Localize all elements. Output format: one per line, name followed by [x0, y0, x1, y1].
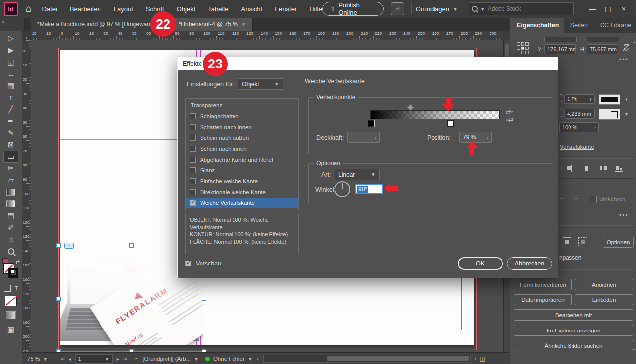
eyedropper-tool-icon[interactable]: ✐ — [3, 222, 18, 233]
pen-tool-icon[interactable]: ✒ — [3, 115, 18, 127]
text-frame-icon[interactable]: ≡ — [560, 193, 564, 200]
scroll-left-icon[interactable]: ‹ — [257, 356, 258, 362]
optionen-button[interactable]: Optionen — [603, 237, 634, 248]
page-number-field[interactable]: 1 ▼ — [75, 354, 113, 364]
more-options-icon[interactable]: ••• — [619, 56, 629, 63]
datei-importieren-button[interactable]: Datei importieren — [514, 294, 572, 305]
fit-content-icon[interactable] — [563, 237, 571, 246]
stroke-color-swatch[interactable] — [599, 94, 620, 105]
scrollbar-thumb[interactable] — [327, 356, 469, 361]
workspace-switcher[interactable]: Grundlagen ▼ — [411, 3, 462, 14]
pencil-tool-icon[interactable]: ✎ — [3, 127, 18, 139]
preflight-icon[interactable]: ◔ — [134, 355, 137, 362]
publish-online-button[interactable]: ⇧ Publish Online — [322, 2, 384, 16]
menu-item-bearbeiten[interactable]: Bearbeiten — [70, 5, 101, 13]
type-tool-icon[interactable]: T — [3, 92, 18, 103]
last-page-button[interactable]: ⇥ — [123, 356, 127, 362]
close-icon[interactable]: × — [242, 21, 245, 28]
home-icon[interactable]: ⌂ — [26, 3, 31, 14]
text-columns-icon[interactable]: ≡ — [574, 193, 578, 200]
spread-view-icon[interactable]: ◫ — [479, 355, 485, 362]
opacity-field[interactable]: 100 % › — [559, 122, 599, 132]
checkbox[interactable] — [190, 167, 196, 173]
effect-item-schatten-nach-innen[interactable]: Schatten nach innen — [186, 122, 298, 132]
adobe-stock-search-input[interactable]: ▼ Adobe Stock — [469, 2, 574, 15]
effect-item-schein-nach-außen[interactable]: Schein nach außen — [186, 132, 298, 143]
panel-scroll-down-icon[interactable]: ⌄ — [632, 346, 636, 351]
more-options-icon[interactable]: ••• — [619, 212, 629, 219]
note-tool-icon[interactable]: ▤ — [3, 210, 18, 222]
maximize-button[interactable]: ▢ — [601, 2, 615, 15]
stepper-icons[interactable]: ⌃⌄ — [559, 93, 563, 103]
line-tool-icon[interactable]: ╱ — [3, 103, 18, 115]
fill-stroke-swatches[interactable]: ⇄ — [2, 260, 19, 281]
error-status[interactable]: Ohne Fehler — [213, 356, 245, 362]
content-collector-tool-icon[interactable]: ▦ — [3, 80, 18, 92]
gradient-feather-link[interactable]: Verlaufskante — [560, 144, 594, 150]
effect-item-weiche-verlaufskante[interactable]: Weiche Verlaufskante — [186, 198, 298, 208]
y-position-field[interactable]: 176,167 mm — [544, 44, 576, 54]
stepper-icons[interactable]: ⌃⌄ — [559, 108, 563, 118]
reference-point-grid-icon[interactable] — [517, 42, 529, 54]
angle-dial[interactable] — [335, 181, 350, 197]
checkbox[interactable] — [190, 113, 196, 119]
umkehren-checkbox[interactable] — [590, 196, 597, 202]
gap-tool-icon[interactable]: ↔ — [3, 68, 18, 80]
corner-radius-field[interactable]: 4,233 mm — [564, 109, 595, 119]
ähnliche-bilder-suchen-button[interactable]: Ähnliche Bilder suchen — [514, 340, 633, 351]
stroke-swatch[interactable] — [8, 268, 18, 278]
preflight-profile[interactable]: [Grundprofil] (Arb... — [142, 356, 191, 362]
direct-selection-tool-icon[interactable]: ▶ — [3, 44, 18, 56]
opacity-dropdown[interactable]: › — [347, 132, 380, 143]
chevron-down-icon[interactable]: ▼ — [194, 356, 199, 362]
horizontal-ruler[interactable]: 2010010203040506070809010011012013014015… — [31, 31, 503, 41]
tab-seiten[interactable]: Seiten — [564, 18, 594, 33]
effect-item-glanz[interactable]: Glanz — [186, 165, 298, 176]
next-page-button[interactable]: ▸ — [117, 356, 119, 362]
zoom-tool-icon[interactable] — [3, 245, 18, 257]
panel-collapse-icon[interactable]: » — [0, 18, 25, 31]
frame-tool-icon[interactable]: ⊠ — [3, 139, 18, 151]
effect-item-schein-nach-innen[interactable]: Schein nach innen — [186, 143, 298, 154]
menu-item-tabelle[interactable]: Tabelle — [208, 5, 228, 13]
chevron-down-icon[interactable]: ▼ — [624, 97, 629, 102]
checkbox[interactable] — [190, 146, 196, 152]
menu-item-datei[interactable]: Datei — [42, 5, 57, 13]
horizontal-scrollbar[interactable] — [263, 355, 471, 363]
settings-for-dropdown[interactable]: Objekt ▼ — [238, 78, 283, 90]
menu-item-fenster[interactable]: Fenster — [275, 5, 297, 13]
scroll-right-icon[interactable]: › — [475, 356, 476, 362]
checkbox[interactable] — [190, 178, 196, 184]
bearbeiten-mit-button[interactable]: Bearbeiten mit — [514, 309, 633, 321]
selection-handle[interactable] — [56, 243, 61, 248]
swap-fill-stroke-icon[interactable]: ⇄ — [16, 259, 20, 265]
checkbox[interactable] — [190, 124, 196, 130]
fit-frame-icon[interactable] — [578, 237, 587, 246]
first-page-button[interactable]: ⇤ — [61, 356, 65, 362]
im-explorer-anzeigen-button[interactable]: Im Explorer anzeigen — [514, 325, 633, 336]
scissors-tool-icon[interactable]: ✂ — [3, 163, 18, 174]
screen-mode-button[interactable]: ▣ — [7, 325, 14, 334]
chevron-down-icon[interactable]: ▼ — [248, 356, 253, 362]
gradient-stop-black[interactable] — [368, 120, 374, 127]
hand-tool-icon[interactable]: ☝ — [3, 233, 18, 245]
selection-handle[interactable] — [202, 297, 206, 301]
gradient-midpoint-handle[interactable] — [407, 104, 414, 111]
prev-page-button[interactable]: ◂ — [69, 356, 71, 362]
checkbox[interactable] — [190, 135, 196, 141]
menu-item-hilfe[interactable]: Hilfe — [309, 5, 322, 13]
vertical-ruler[interactable]: 0102030405060708090100110120130140150160… — [22, 40, 31, 352]
page-tool-icon[interactable]: ◱ — [3, 56, 18, 68]
height-field[interactable]: 75,667 mm — [587, 44, 618, 54]
cancel-button[interactable]: Abbrechen — [507, 257, 552, 270]
reverse-gradient-icon[interactable]: ⇄▫▫⇄ — [506, 108, 514, 123]
selection-handle[interactable] — [129, 243, 134, 248]
selection-handle[interactable] — [56, 297, 61, 301]
align-bottom-icon[interactable] — [615, 165, 623, 172]
apply-none-swatch[interactable] — [5, 296, 17, 306]
chevron-down-icon[interactable]: ▼ — [43, 356, 48, 362]
constrain-proportions-broken-icon[interactable] — [622, 42, 631, 52]
tab-unbenannt-4[interactable]: *Unbenannt-4 @ 75 % × — [172, 18, 253, 31]
rectangle-tool-icon[interactable]: ▭ — [3, 151, 18, 163]
align-center-icon[interactable] — [599, 165, 607, 172]
